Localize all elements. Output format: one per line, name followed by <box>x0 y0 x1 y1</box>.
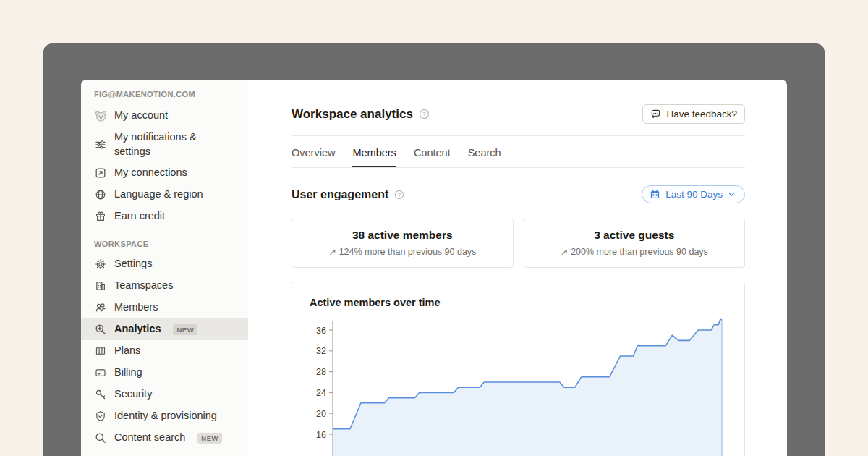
sidebar-item-language-region[interactable]: Language & region <box>81 184 248 206</box>
help-icon[interactable]: ? <box>394 190 404 200</box>
sidebar-item-billing[interactable]: Billing <box>81 362 248 384</box>
sidebar-item-teamspaces[interactable]: Teamspaces <box>81 275 248 297</box>
y-axis-tick-label: 16 <box>316 430 326 440</box>
globe-icon <box>94 188 107 201</box>
sidebar-item-label: Earn credit <box>114 209 165 224</box>
sidebar-item-analytics[interactable]: Analytics NEW <box>81 318 248 340</box>
y-axis-tick-label: 28 <box>316 367 326 377</box>
sidebar-item-settings[interactable]: Settings <box>81 253 248 275</box>
new-badge: NEW <box>197 433 222 444</box>
svg-text:?: ? <box>398 191 401 198</box>
sidebar-item-label: Settings <box>114 257 152 271</box>
tabs-divider <box>292 167 745 168</box>
map-icon <box>94 345 107 358</box>
new-badge: NEW <box>173 324 197 335</box>
stat-trend: ↗124% more than previous 90 days <box>299 246 506 257</box>
tab-content[interactable]: Content <box>414 138 451 167</box>
sliders-icon <box>94 138 107 151</box>
sidebar-item-label: My account <box>114 109 168 123</box>
chart-title: Active members over time <box>310 297 727 308</box>
sidebar-item-identity-provisioning[interactable]: Identity & provisioning <box>81 405 248 427</box>
search-icon <box>94 431 107 444</box>
sidebar-item-label: Billing <box>114 366 142 380</box>
header-divider <box>292 135 745 136</box>
tab-members[interactable]: Members <box>352 138 396 167</box>
sidebar-item-plans[interactable]: Plans <box>81 340 248 362</box>
card-icon <box>94 366 107 379</box>
people-icon <box>94 301 107 314</box>
stat-card-active-members: 38 active members ↗124% more than previo… <box>292 219 514 268</box>
app-window: FIG@MAKENOTION.COM My account <box>43 43 825 456</box>
svg-text:?: ? <box>422 111 426 117</box>
y-axis-tick-label: 32 <box>316 346 326 356</box>
have-feedback-button[interactable]: Have feedback? <box>642 104 745 124</box>
sidebar-item-label: My notifications & settings <box>114 130 229 159</box>
y-axis-tick-label: 36 <box>316 326 326 336</box>
gift-icon <box>94 210 107 223</box>
y-axis-tick-label: 20 <box>316 409 326 419</box>
workspace-section-heading: WORKSPACE <box>81 240 248 248</box>
avatar-icon <box>94 109 107 122</box>
stat-value: 3 active guests <box>532 229 738 242</box>
date-range-label: Last 90 Days <box>665 189 723 200</box>
sidebar-item-security[interactable]: Security <box>81 384 248 405</box>
help-icon[interactable]: ? <box>419 109 430 119</box>
analytics-tabs: Overview Members Content Search <box>292 138 745 167</box>
sidebar-item-label: Security <box>114 387 152 402</box>
sidebar-item-members[interactable]: Members <box>81 297 248 318</box>
sidebar-item-label: Content search <box>114 431 185 445</box>
sidebar-item-my-connections[interactable]: My connections <box>81 162 248 184</box>
sidebar-item-label: Members <box>114 300 158 315</box>
chat-bubble-icon <box>650 109 661 119</box>
key-icon <box>94 388 107 401</box>
section-title: User engagement <box>292 188 388 201</box>
sidebar-item-content-search[interactable]: Content search NEW <box>81 427 248 449</box>
page-title: Workspace analytics <box>292 107 413 122</box>
arrow-box-icon <box>94 166 107 180</box>
sidebar-item-earn-credit[interactable]: Earn credit <box>81 206 248 227</box>
calendar-icon <box>650 189 660 200</box>
window-titlebar[interactable] <box>43 43 825 80</box>
trend-up-icon: ↗ <box>328 247 336 257</box>
building-icon <box>94 279 107 292</box>
settings-sidebar: FIG@MAKENOTION.COM My account <box>81 80 248 456</box>
sidebar-item-label: Teamspaces <box>114 279 173 293</box>
active-members-chart[interactable]: 162024283236 <box>310 316 727 456</box>
tab-overview[interactable]: Overview <box>292 138 335 167</box>
zoom-plus-icon <box>94 323 107 336</box>
shield-check-icon <box>94 410 107 423</box>
sidebar-item-label: Analytics <box>114 322 161 337</box>
sidebar-item-label: Plans <box>114 344 140 358</box>
sidebar-item-label: Identity & provisioning <box>114 409 217 423</box>
date-range-button[interactable]: Last 90 Days <box>642 185 745 203</box>
account-email-label: FIG@MAKENOTION.COM <box>81 90 248 98</box>
feedback-button-label: Have feedback? <box>666 109 737 119</box>
chevron-down-icon <box>728 190 736 198</box>
y-axis-tick-label: 24 <box>316 388 326 398</box>
settings-panel: FIG@MAKENOTION.COM My account <box>81 80 787 456</box>
analytics-main: Workspace analytics ? <box>248 80 787 456</box>
sidebar-item-label: My connections <box>114 166 187 180</box>
sidebar-item-label: Language & region <box>114 187 203 202</box>
chart-area-fill <box>333 320 722 456</box>
chart-card: Active members over time 162024283236 <box>292 282 745 456</box>
stat-card-active-guests: 3 active guests ↗200% more than previous… <box>524 219 746 268</box>
gear-icon <box>94 258 107 271</box>
sidebar-item-my-account[interactable]: My account <box>81 105 248 127</box>
stat-value: 38 active members <box>299 229 506 242</box>
trend-up-icon: ↗ <box>561 247 568 257</box>
sidebar-item-notifications-settings[interactable]: My notifications & settings <box>81 127 248 162</box>
stat-trend: ↗200% more than previous 90 days <box>532 246 738 257</box>
tab-search[interactable]: Search <box>468 138 501 167</box>
